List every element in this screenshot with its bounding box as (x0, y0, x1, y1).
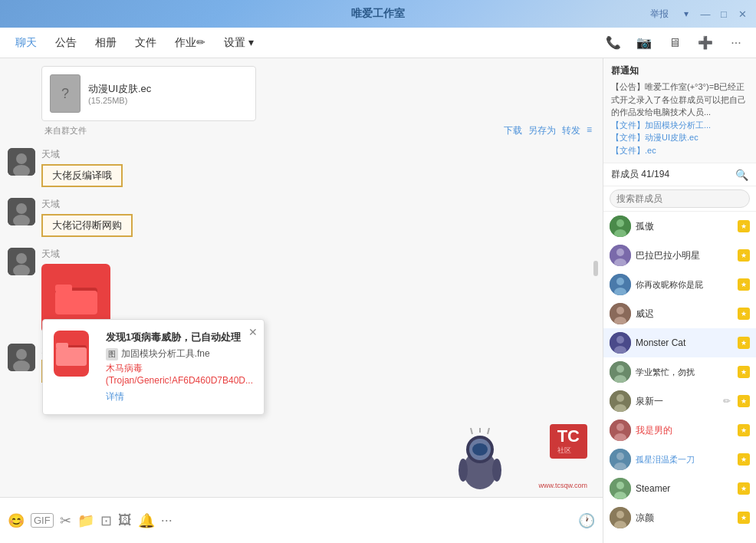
file-type-icon: 图 (106, 348, 118, 360)
phone-icon[interactable]: 📞 (601, 31, 626, 55)
announcement-text: 【公告】唯爱工作室(+°3°)=B已经正式开之录入了各位群成员可以把自己的作品发… (611, 81, 748, 156)
member-badge-6: ★ (738, 366, 750, 378)
svg-point-4 (16, 203, 27, 214)
member-item-2[interactable]: 巴拉巴拉小明星 ★ (603, 241, 756, 270)
menu-chat[interactable]: 聊天 (8, 31, 44, 54)
add-member-icon[interactable]: ➕ (693, 31, 718, 55)
virus-alert-popup: ✕ 发现1项病毒威胁，已自动处理 图 加固模块分析工具.fne (42, 319, 265, 415)
svg-point-29 (616, 307, 624, 314)
gif-icon[interactable]: GIF (31, 513, 54, 528)
menu-file[interactable]: 文件 (127, 31, 164, 54)
folder-icon[interactable]: 📁 (77, 512, 94, 529)
member-badge-8: ★ (738, 424, 750, 436)
file-message-container: ? 动漫UI皮肤.ec (15.25MB) 来自群文件 下载 另存为 转发 ≡ (41, 66, 595, 137)
file-link-2[interactable]: 【文件】动漫UI皮肤.ec (611, 133, 698, 142)
virus-folder-icon (54, 331, 89, 377)
svg-point-13 (16, 349, 27, 360)
member-item-7[interactable]: 泉新一 ✏ ★ (603, 387, 756, 416)
svg-point-20 (616, 219, 624, 227)
titlebar: 唯爱工作室 举报 ▾ — □ ✕ (0, 0, 756, 28)
chevron-down-icon[interactable]: ▾ (679, 7, 693, 21)
menu-left: 聊天 公告 相册 文件 作业✏ 设置 ▾ (8, 31, 261, 54)
file-message: ? 动漫UI皮肤.ec (15.25MB) (41, 66, 256, 121)
sender-avatar-1 (8, 148, 35, 176)
video-icon[interactable]: 📷 (632, 31, 656, 55)
scissor-icon[interactable]: ✂ (60, 512, 71, 529)
svg-point-23 (616, 248, 624, 256)
member-name-steamer: Steamer (636, 483, 733, 494)
svg-point-35 (616, 365, 624, 373)
file-link-1[interactable]: 【文件】加固模块分析工... (611, 120, 711, 130)
file-source: 来自群文件 (44, 125, 87, 137)
virus-name-text: 木马病毒 (Trojan/Generic!AF6D460D7B40D... (106, 362, 253, 386)
member-name-2: 巴拉巴拉小明星 (636, 249, 733, 262)
message-row-2: 天域 大佬记得断网购 (8, 198, 595, 237)
member-item-3[interactable]: 你再改昵称你是屁 ★ (603, 270, 756, 299)
member-search-icon[interactable]: 🔍 (735, 169, 748, 181)
member-search-bar (603, 186, 756, 212)
sender-avatar-4 (8, 344, 35, 371)
member-item-5[interactable]: Monster Cat ★ (603, 328, 756, 357)
member-item-1[interactable]: 孤傲 ★ (603, 212, 756, 241)
svg-point-47 (616, 482, 624, 489)
popup-close-button[interactable]: ✕ (248, 326, 258, 338)
menu-homework[interactable]: 作业✏ (167, 31, 213, 54)
members-list: 孤傲 ★ 巴拉巴拉小明星 ★ 你再改昵称你是屁 ★ (603, 212, 756, 543)
svg-rect-16 (56, 347, 87, 366)
more-input-icon[interactable]: ··· (161, 512, 173, 528)
file-link-3[interactable]: 【文件】.ec (611, 146, 656, 155)
svg-point-7 (16, 253, 27, 264)
emoji-icon[interactable]: 😊 (8, 512, 25, 529)
report-button[interactable]: 举报 (646, 6, 673, 22)
member-avatar-3 (610, 274, 631, 295)
image-icon[interactable]: 🖼 (118, 512, 132, 528)
member-badge-3: ★ (738, 278, 750, 291)
history-icon[interactable]: 🕐 (578, 512, 595, 529)
maximize-button[interactable]: □ (718, 8, 730, 20)
bell-icon[interactable]: 🔔 (138, 512, 155, 529)
chat-messages[interactable]: ? 动漫UI皮肤.ec (15.25MB) 来自群文件 下载 另存为 转发 ≡ (0, 58, 603, 497)
menu-right: 📞 📷 🖥 ➕ ··· (601, 31, 748, 55)
screen-share-icon[interactable]: 🖥 (662, 31, 687, 55)
member-badge-10: ★ (738, 482, 750, 495)
svg-point-1 (16, 153, 27, 164)
member-name-5: Monster Cat (636, 337, 733, 348)
member-item-10[interactable]: Steamer ★ (603, 474, 756, 503)
member-item-4[interactable]: 威迟 ★ (603, 299, 756, 328)
virus-title: 发现1项病毒威胁，已自动处理 (106, 331, 253, 344)
member-item-6[interactable]: 学业繁忙，勿扰 ★ (603, 357, 756, 387)
member-search-input[interactable] (610, 189, 750, 208)
minimize-button[interactable]: — (699, 8, 712, 20)
menu-settings[interactable]: 设置 ▾ (216, 31, 261, 54)
titlebar-title: 唯爱工作室 (351, 7, 405, 21)
sender-name-3: 天域 (41, 248, 110, 261)
save-as-link[interactable]: 另存为 (528, 124, 556, 137)
menu-announcement[interactable]: 公告 (48, 31, 84, 54)
member-avatar-8 (610, 420, 631, 441)
member-name-4: 威迟 (636, 308, 733, 321)
virus-detail-link[interactable]: 详情 (106, 390, 253, 403)
more-file-options[interactable]: ≡ (587, 124, 592, 137)
message-content-1: 天域 大佬反编译哦 (41, 148, 123, 187)
member-avatar-4 (610, 303, 631, 324)
message-content-2: 天域 大佬记得断网购 (41, 198, 133, 237)
close-button[interactable]: ✕ (736, 8, 748, 20)
member-item-9[interactable]: 孤星泪温柔一刀 ★ (603, 445, 756, 474)
svg-point-41 (616, 423, 624, 431)
message-bubble-1: 大佬反编译哦 (41, 164, 123, 187)
chat-area: ? 动漫UI皮肤.ec (15.25MB) 来自群文件 下载 另存为 转发 ≡ (0, 58, 603, 543)
screenshot-icon[interactable]: ⊡ (100, 512, 112, 529)
member-item-11[interactable]: 凉颜 ★ (603, 503, 756, 532)
chat-input-area: 😊 GIF ✂ 📁 ⊡ 🖼 🔔 ··· 🕐 (0, 497, 603, 543)
more-options-icon[interactable]: ··· (724, 31, 748, 55)
members-count: 群成员 41/194 (611, 168, 669, 181)
download-link[interactable]: 下载 (504, 124, 522, 137)
member-item-8[interactable]: 我是男的 ★ (603, 416, 756, 445)
menu-album[interactable]: 相册 (87, 31, 124, 54)
svg-point-50 (616, 511, 624, 518)
forward-link[interactable]: 转发 (562, 124, 580, 137)
member-name-8: 我是男的 (636, 424, 733, 437)
member-name-9: 孤星泪温柔一刀 (636, 454, 733, 466)
file-actions: 下载 另存为 转发 ≡ (504, 124, 592, 137)
sender-name-1: 天域 (41, 148, 123, 161)
